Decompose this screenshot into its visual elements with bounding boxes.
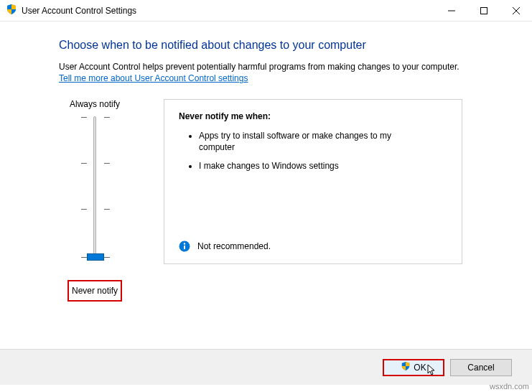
window-title: User Account Control Settings: [22, 6, 435, 16]
uac-shield-icon: [6, 4, 17, 17]
info-panel: Never notify me when: Apps try to instal…: [164, 99, 462, 264]
info-icon: [179, 241, 190, 252]
slider-thumb[interactable]: [87, 253, 104, 261]
ok-button-label: OK: [414, 363, 426, 373]
ok-button[interactable]: OK: [383, 359, 444, 376]
main-area: Always notify Never notify Never notify …: [59, 99, 498, 302]
slider-label-top: Always notify: [59, 99, 131, 109]
maximize-button[interactable]: [467, 0, 500, 22]
minimize-button[interactable]: [435, 0, 467, 22]
footer-bar: OK Cancel: [0, 349, 532, 385]
slider-label-bottom: Never notify: [67, 280, 122, 302]
cancel-button[interactable]: Cancel: [450, 359, 512, 376]
slider-tick: [81, 163, 110, 164]
slider-tick: [81, 209, 110, 210]
slider-tick: [81, 117, 110, 118]
page-description: User Account Control helps prevent poten…: [59, 62, 498, 72]
info-footer-text: Not recommended.: [197, 241, 271, 251]
info-footer: Not recommended.: [179, 241, 271, 252]
svg-rect-6: [184, 246, 185, 250]
close-button[interactable]: [500, 0, 532, 22]
content-area: Choose when to be notified about changes…: [0, 22, 532, 302]
titlebar: User Account Control Settings: [0, 0, 532, 22]
list-item: Apps try to install software or make cha…: [199, 130, 447, 153]
svg-rect-1: [480, 7, 487, 14]
watermark: wsxdn.com: [490, 382, 529, 391]
slider-track[interactable]: [59, 116, 131, 267]
page-heading: Choose when to be notified about changes…: [59, 39, 498, 52]
help-link[interactable]: Tell me more about User Account Control …: [59, 73, 248, 83]
svg-point-5: [184, 243, 185, 244]
uac-shield-icon: [401, 361, 411, 373]
cursor-icon: [427, 364, 437, 379]
cancel-button-label: Cancel: [467, 363, 494, 373]
list-item: I make changes to Windows settings: [199, 160, 447, 172]
info-list: Apps try to install software or make cha…: [179, 130, 447, 172]
slider-column: Always notify Never notify: [59, 99, 131, 302]
info-title: Never notify me when:: [179, 111, 447, 121]
